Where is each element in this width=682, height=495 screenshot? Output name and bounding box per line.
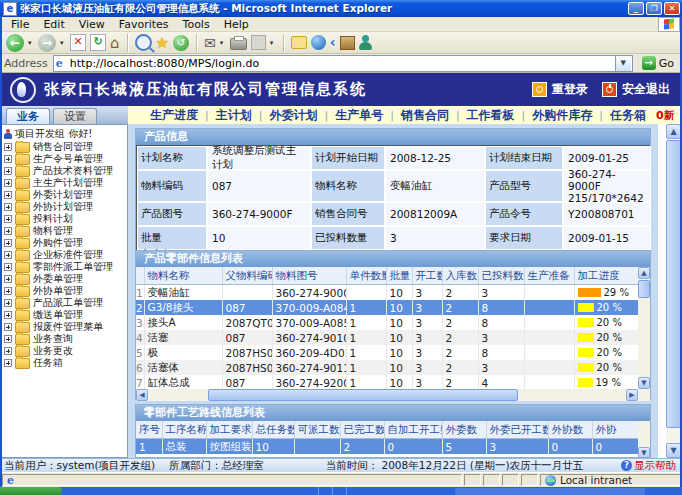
nav-item-2[interactable]: 主计划 <box>216 107 252 124</box>
msn-icon[interactable]: ‹ <box>330 35 336 50</box>
expand-icon[interactable] <box>4 167 12 175</box>
scroll-right-icon[interactable]: ▶ <box>626 389 638 401</box>
parts-vscrollbar[interactable]: ▲ ▼ <box>638 267 650 389</box>
col-header[interactable]: 批量 <box>386 267 412 285</box>
col-header[interactable]: 加工进度 <box>574 267 640 285</box>
expand-icon[interactable] <box>4 299 12 307</box>
scroll-left-icon[interactable]: ◀ <box>136 389 148 401</box>
nav-item-5[interactable]: 销售合同 <box>401 107 449 124</box>
start-button[interactable] <box>0 487 62 495</box>
expand-icon[interactable] <box>4 143 12 151</box>
nav-item-6[interactable]: 工作看板 <box>467 107 515 124</box>
tree-item[interactable]: 外协单管理 <box>1 285 127 297</box>
history-icon[interactable]: ↺ <box>173 35 189 51</box>
tab-settings[interactable]: 设置 <box>53 108 97 124</box>
tab-business[interactable]: 业务 <box>6 108 50 124</box>
relogin-button[interactable]: 重登录 <box>532 81 588 98</box>
mail-icon[interactable]: ✉ <box>204 35 216 51</box>
search-icon[interactable] <box>135 34 152 51</box>
col-header[interactable]: 父物料编码 <box>222 267 272 285</box>
tree-item[interactable]: 零部件派工单管理 <box>1 261 127 273</box>
route-vscrollbar[interactable]: ▼ <box>638 421 650 458</box>
parts-row[interactable]: 7缸体总成087360-274-9200F11032419 % <box>136 375 640 389</box>
messenger-icon[interactable] <box>359 35 372 50</box>
menu-favorites[interactable]: Favorites <box>112 18 176 31</box>
expand-icon[interactable] <box>4 215 12 223</box>
tree-item[interactable]: 物料管理 <box>1 225 127 237</box>
stop-icon[interactable]: ✕ <box>70 34 86 51</box>
tree-item[interactable]: 外购件管理 <box>1 237 127 249</box>
forward-caret-icon[interactable]: ▾ <box>60 39 66 47</box>
col-header[interactable]: 外委已开工数 <box>486 421 548 439</box>
tree-item[interactable]: 生产令号单管理 <box>1 153 127 165</box>
tree-item[interactable]: 外委单管理 <box>1 273 127 285</box>
nav-item-7[interactable]: 外购件库存 <box>532 107 592 124</box>
parts-row[interactable]: 2G3/8接头087370-009-A084011032820 % <box>136 300 640 315</box>
expand-icon[interactable] <box>4 311 12 319</box>
col-header[interactable]: 开工数 <box>412 267 442 285</box>
menu-edit[interactable]: Edit <box>36 18 71 31</box>
edit-icon[interactable] <box>251 35 266 50</box>
parts-row[interactable]: 6活塞体2087HS002360-274-9011W11032320 % <box>136 360 640 375</box>
col-header[interactable]: 外协数 <box>548 421 592 439</box>
parts-row[interactable]: 5极2087HS002360-209-4D01011032820 % <box>136 345 640 360</box>
col-header[interactable]: 加工要求 <box>206 421 252 439</box>
tree-item[interactable]: 主生产计划管理 <box>1 177 127 189</box>
nav-item-8[interactable]: 任务箱 <box>610 107 646 124</box>
nav-item-1[interactable]: 生产进度 <box>150 107 198 124</box>
maximize-button[interactable]: ❐ <box>646 2 662 15</box>
menu-file[interactable]: File <box>4 18 36 31</box>
parts-row[interactable]: 1变幅油缸360-274-9000F1032329 % <box>136 285 640 301</box>
address-input[interactable] <box>70 57 615 70</box>
go-button[interactable]: → Go <box>638 55 678 72</box>
expand-icon[interactable] <box>4 191 12 199</box>
tree-item[interactable]: 外委计划管理 <box>1 189 127 201</box>
favorites-icon[interactable]: ★ <box>156 35 169 51</box>
menu-tools[interactable]: Tools <box>176 18 217 31</box>
refresh-icon[interactable]: ↻ <box>90 34 106 51</box>
forward-icon[interactable]: → <box>38 34 56 52</box>
col-header[interactable]: 外协 <box>592 421 640 439</box>
col-header[interactable]: 物料图号 <box>272 267 346 285</box>
home-icon[interactable]: ⌂ <box>110 35 120 51</box>
close-button[interactable]: ✕ <box>664 2 680 15</box>
tree-item[interactable]: 缴送单管理 <box>1 309 127 321</box>
taskbar-button[interactable] <box>455 488 645 495</box>
research-icon[interactable] <box>340 36 355 50</box>
col-header[interactable]: 外委数 <box>442 421 486 439</box>
expand-icon[interactable] <box>4 275 12 283</box>
col-header[interactable]: 入库数 <box>442 267 478 285</box>
nav-item-3[interactable]: 外委计划 <box>269 107 317 124</box>
web-icon[interactable] <box>311 35 326 50</box>
col-header[interactable]: 物料名称 <box>144 267 222 285</box>
tree-item[interactable]: 任务箱 <box>1 357 127 369</box>
menu-view[interactable]: View <box>72 18 112 31</box>
expand-icon[interactable] <box>4 239 12 247</box>
expand-icon[interactable] <box>4 263 12 271</box>
expand-icon[interactable] <box>4 155 12 163</box>
back-caret-icon[interactable]: ▾ <box>28 39 34 47</box>
col-header[interactable]: 已投料数 <box>478 267 524 285</box>
expand-icon[interactable] <box>4 335 12 343</box>
tree-item[interactable]: 外协计划管理 <box>1 201 127 213</box>
logout-button[interactable]: 安全退出 <box>602 81 670 98</box>
tree-item[interactable]: 产品技术资料管理 <box>1 165 127 177</box>
back-icon[interactable]: ← <box>6 34 24 52</box>
nav-item-4[interactable]: 生产单号 <box>335 107 383 124</box>
windows-taskbar[interactable] <box>0 487 682 495</box>
expand-icon[interactable] <box>4 251 12 259</box>
scroll-down-icon[interactable]: ▼ <box>638 447 650 458</box>
col-header[interactable]: 生产准备 <box>524 267 574 285</box>
col-header[interactable]: 工序名称 <box>162 421 206 439</box>
col-header[interactable]: 序号 <box>136 421 162 439</box>
col-header[interactable]: 已完工数 <box>340 421 384 439</box>
tree-item[interactable]: 业务查询 <box>1 333 127 345</box>
tree-item[interactable]: 投料计划 <box>1 213 127 225</box>
col-header[interactable]: 可派工数 <box>294 421 340 439</box>
col-header[interactable]: 总任务数 <box>252 421 294 439</box>
parts-row[interactable]: 4活塞087360-274-9010F11032320 % <box>136 330 640 345</box>
show-help-link[interactable]: ? 显示帮助 <box>621 459 676 473</box>
col-header[interactable]: 单件数量 <box>346 267 386 285</box>
expand-icon[interactable] <box>4 359 12 367</box>
expand-icon[interactable] <box>4 287 12 295</box>
